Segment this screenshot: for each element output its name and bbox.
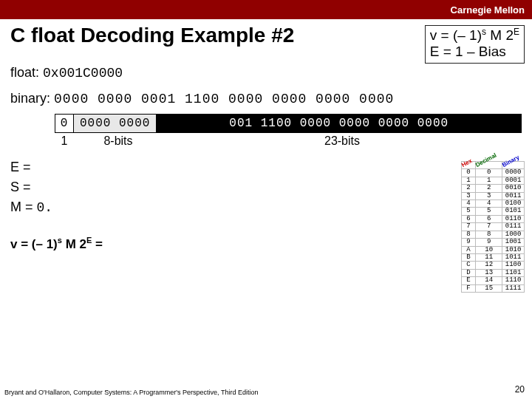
table-row: 110001 xyxy=(461,177,524,184)
formula-bottom: v = (– 1)s M 2E = xyxy=(10,236,522,252)
footer-citation: Bryant and O'Hallaron, Computer Systems:… xyxy=(4,389,258,396)
header-bar: Carnegie Mellon xyxy=(0,0,532,19)
page-title: C float Decoding Example #2 xyxy=(10,24,425,47)
binary-line: binary: 0000 0000 0001 1100 0000 0000 00… xyxy=(10,91,522,106)
equation-S: S = xyxy=(10,180,522,195)
formula-line-2: E = 1 – Bias xyxy=(430,44,519,60)
equations: E = S = M = 0. xyxy=(10,160,522,215)
sign-width-label: 1 xyxy=(55,134,74,148)
fraction-cell: 001 1100 0000 0000 0000 0000 xyxy=(157,114,522,133)
table-row: 770111 xyxy=(461,223,524,231)
float-line: float: 0x001C0000 xyxy=(10,65,522,81)
exponent-width-label: 8-bits xyxy=(74,134,163,148)
table-row: 881000 xyxy=(461,231,524,238)
sign-cell: 0 xyxy=(55,114,74,133)
page-number: 20 xyxy=(515,384,525,395)
fraction-width-label: 23-bits xyxy=(163,134,522,148)
binary-value: 0000 0000 0001 1100 0000 0000 0000 0000 xyxy=(54,92,394,106)
table-row: D131101 xyxy=(461,269,524,276)
formula-line-1: v = (– 1)s M 2E xyxy=(430,27,519,44)
table-row: 440100 xyxy=(461,200,524,207)
equation-E: E = xyxy=(10,160,522,175)
table-row: 991001 xyxy=(461,239,524,246)
formula-box-top: v = (– 1)s M 2E E = 1 – Bias xyxy=(425,25,525,64)
table-row: C121100 xyxy=(461,262,524,269)
table-row: E141110 xyxy=(461,277,524,284)
table-row: A101010 xyxy=(461,246,524,253)
float-hex-value: 0x001C0000 xyxy=(43,66,123,81)
table-row: 550101 xyxy=(461,208,524,215)
equation-M: M = 0. xyxy=(10,200,522,215)
decode-row: 0 0000 0000 001 1100 0000 0000 0000 0000 xyxy=(55,114,522,133)
table-row: 330011 xyxy=(461,192,524,200)
table-row: F151111 xyxy=(461,284,524,292)
decode-labels: 1 8-bits 23-bits xyxy=(55,134,522,148)
table-row: 660110 xyxy=(461,215,524,222)
exponent-cell: 0000 0000 xyxy=(74,114,157,133)
hex-reference-table: Hex Decimal Binary 000000110001220010330… xyxy=(461,161,525,293)
university-label: Carnegie Mellon xyxy=(451,4,525,16)
table-row: 000000 xyxy=(461,169,524,177)
table-row: B111011 xyxy=(461,254,524,262)
table-row: 220010 xyxy=(461,185,524,192)
